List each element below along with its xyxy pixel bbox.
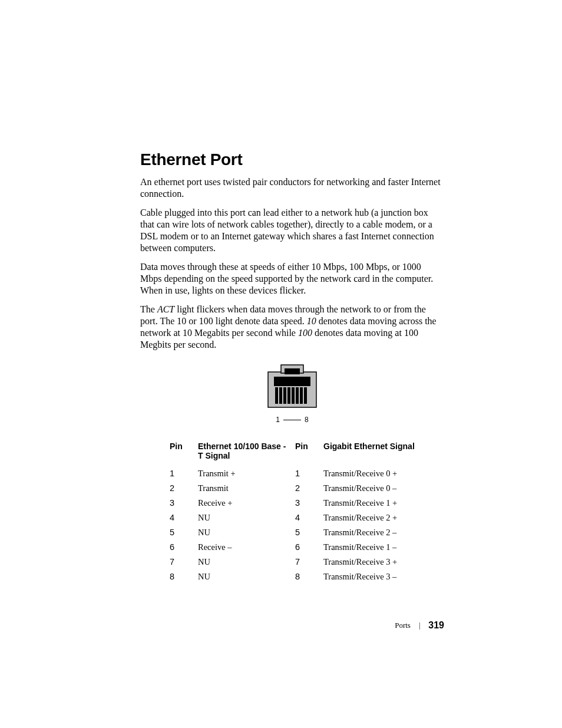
paragraph: Cable plugged into this port can lead ei…: [140, 207, 444, 254]
footer-section: Ports: [395, 621, 411, 630]
cell-pin2: 7: [295, 555, 323, 569]
cell-pin: 2: [170, 481, 198, 496]
cell-pin2: 3: [295, 496, 323, 510]
col-pin2: Pin: [295, 442, 323, 466]
svg-rect-4: [275, 387, 278, 404]
cell-gigabit-signal: Transmit/Receive 0 –: [323, 481, 421, 496]
cell-pin: 5: [170, 525, 198, 540]
cell-eth-signal: NU: [198, 510, 295, 525]
cell-pin: 1: [170, 466, 198, 481]
page-content: Ethernet Port An ethernet port uses twis…: [0, 0, 562, 584]
speed-10: 10: [307, 316, 316, 326]
table-header-row: Pin Ethernet 10/100 Base - T Signal Pin …: [170, 442, 421, 466]
footer-page-number: 319: [428, 620, 444, 631]
cell-eth-signal: Transmit +: [198, 466, 295, 481]
speed-100: 100: [298, 328, 312, 338]
paragraph: The ACT light flickers when data moves t…: [140, 304, 444, 351]
footer-separator: |: [419, 621, 420, 630]
svg-rect-3: [274, 377, 310, 386]
svg-rect-9: [296, 387, 299, 404]
cell-pin2: 2: [295, 481, 323, 496]
cell-pin: 8: [170, 569, 198, 584]
section-heading: Ethernet Port: [140, 150, 444, 169]
cell-eth-signal: Receive +: [198, 496, 295, 510]
cell-pin2: 5: [295, 525, 323, 540]
paragraph: Data moves through these at speeds of ei…: [140, 261, 444, 297]
cell-gigabit-signal: Transmit/Receive 3 –: [323, 569, 421, 584]
pin-label-8: 8: [305, 416, 309, 424]
cell-gigabit-signal: Transmit/Receive 0 +: [323, 466, 421, 481]
pin-line: [283, 420, 301, 420]
cell-pin2: 6: [295, 540, 323, 555]
cell-pin: 3: [170, 496, 198, 510]
col-gig: Gigabit Ethernet Signal: [323, 442, 421, 466]
table-row: 1Transmit +1Transmit/Receive 0 +: [170, 466, 421, 481]
svg-rect-7: [287, 387, 290, 404]
svg-rect-5: [279, 387, 282, 404]
act-label: ACT: [157, 304, 174, 314]
cell-gigabit-signal: Transmit/Receive 1 –: [323, 540, 421, 555]
cell-eth-signal: NU: [198, 555, 295, 569]
page-footer: Ports | 319: [395, 620, 444, 631]
text: The: [140, 304, 157, 314]
cell-pin: 6: [170, 540, 198, 555]
cell-eth-signal: NU: [198, 525, 295, 540]
svg-rect-10: [300, 387, 303, 404]
table-row: 4NU4Transmit/Receive 2 +: [170, 510, 421, 525]
svg-rect-2: [285, 368, 300, 374]
cell-pin2: 8: [295, 569, 323, 584]
pin-label-row: 1 8: [140, 416, 444, 424]
cell-gigabit-signal: Transmit/Receive 1 +: [323, 496, 421, 510]
ethernet-port-figure: 1 8: [140, 364, 444, 424]
svg-rect-6: [283, 387, 286, 404]
table-row: 5NU5Transmit/Receive 2 –: [170, 525, 421, 540]
pin-label-1: 1: [276, 416, 280, 424]
svg-rect-8: [292, 387, 295, 404]
svg-rect-11: [304, 387, 307, 404]
col-eth: Ethernet 10/100 Base - T Signal: [198, 442, 295, 466]
cell-pin2: 1: [295, 466, 323, 481]
cell-gigabit-signal: Transmit/Receive 2 +: [323, 510, 421, 525]
pinout-table: Pin Ethernet 10/100 Base - T Signal Pin …: [170, 442, 421, 584]
cell-pin2: 4: [295, 510, 323, 525]
cell-eth-signal: NU: [198, 569, 295, 584]
table-row: 3Receive +3Transmit/Receive 1 +: [170, 496, 421, 510]
cell-pin: 7: [170, 555, 198, 569]
col-pin: Pin: [170, 442, 198, 466]
cell-gigabit-signal: Transmit/Receive 2 –: [323, 525, 421, 540]
cell-gigabit-signal: Transmit/Receive 3 +: [323, 555, 421, 569]
cell-eth-signal: Transmit: [198, 481, 295, 496]
table-row: 6Receive –6Transmit/Receive 1 –: [170, 540, 421, 555]
table-row: 2Transmit2Transmit/Receive 0 –: [170, 481, 421, 496]
table-row: 8NU8Transmit/Receive 3 –: [170, 569, 421, 584]
cell-pin: 4: [170, 510, 198, 525]
ethernet-port-icon: [267, 364, 318, 410]
table-row: 7NU7Transmit/Receive 3 +: [170, 555, 421, 569]
paragraph: An ethernet port uses twisted pair condu…: [140, 176, 444, 200]
cell-eth-signal: Receive –: [198, 540, 295, 555]
